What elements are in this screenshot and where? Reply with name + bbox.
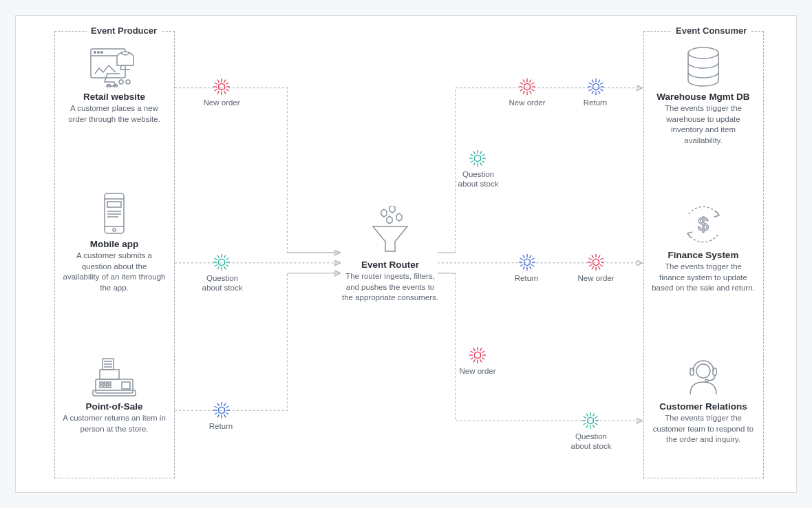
- mobile-title: Mobile app: [63, 239, 166, 249]
- svg-line-88: [471, 154, 473, 156]
- svg-line-82: [482, 161, 484, 163]
- svg-line-76: [217, 403, 220, 406]
- ev-fin-neworder: New order: [572, 273, 620, 283]
- ev-wh-neworder: New order: [503, 98, 551, 107]
- svg-line-127: [520, 258, 523, 260]
- svg-line-122: [530, 266, 532, 269]
- ev-producer-question: Questionabout stock: [195, 273, 250, 293]
- svg-line-114: [589, 83, 592, 85]
- svg-line-104: [530, 80, 532, 83]
- crm-desc: The events trigger the customer team to …: [652, 413, 755, 445]
- svg-line-99: [520, 89, 523, 92]
- svg-line-115: [592, 80, 594, 83]
- svg-point-4: [101, 52, 103, 54]
- svg-line-47: [215, 89, 217, 92]
- ev-fin-return: Return: [506, 273, 547, 283]
- svg-line-156: [480, 348, 482, 351]
- ev-producer-return: Return: [200, 421, 242, 431]
- svg-point-35: [688, 47, 718, 59]
- burst-producer-question: [211, 252, 232, 275]
- svg-point-37: [696, 364, 710, 378]
- svg-marker-31: [381, 209, 387, 217]
- svg-marker-145: [475, 352, 481, 359]
- retail-website-icon: [63, 46, 166, 87]
- svg-line-144: [600, 258, 603, 260]
- svg-rect-19: [100, 370, 119, 379]
- svg-line-150: [473, 359, 476, 362]
- burst-producer-return: [211, 400, 232, 423]
- svg-rect-17: [96, 379, 133, 393]
- svg-line-164: [584, 423, 586, 425]
- svg-line-111: [592, 91, 594, 94]
- svg-line-75: [215, 406, 217, 408]
- ev-producer-neworder: New order: [197, 98, 246, 107]
- svg-rect-26: [104, 382, 107, 384]
- svg-line-151: [471, 358, 473, 360]
- svg-line-52: [224, 80, 226, 83]
- svg-line-46: [217, 91, 220, 94]
- burst-fin-neworder: [586, 252, 606, 275]
- burst-mid-question: [467, 148, 488, 171]
- svg-line-141: [592, 255, 594, 258]
- svg-line-44: [224, 91, 226, 94]
- svg-line-130: [530, 255, 532, 258]
- svg-line-53: [226, 83, 228, 85]
- svg-line-138: [589, 265, 592, 267]
- finance-title: Finance System: [652, 250, 755, 260]
- svg-marker-54: [219, 259, 225, 266]
- warehouse-title: Warehouse Mgmt DB: [652, 92, 755, 102]
- svg-line-112: [589, 89, 592, 92]
- svg-line-135: [599, 266, 601, 269]
- node-mobile-app: Mobile app A customer submits a question…: [63, 192, 166, 293]
- retail-title: Retail website: [63, 92, 166, 102]
- svg-line-62: [215, 258, 217, 260]
- svg-line-96: [530, 91, 532, 94]
- svg-line-128: [523, 255, 525, 258]
- burst-fin-return: [517, 252, 537, 275]
- node-finance: $ Finance System The events trigger the …: [652, 203, 755, 294]
- svg-marker-80: [475, 155, 481, 162]
- funnel-icon: [342, 206, 438, 255]
- mobile-app-icon: [63, 192, 166, 235]
- svg-marker-119: [524, 259, 531, 266]
- svg-rect-29: [104, 385, 107, 388]
- svg-text:$: $: [698, 213, 709, 235]
- svg-line-169: [593, 414, 595, 416]
- svg-line-91: [480, 151, 482, 154]
- svg-rect-24: [122, 382, 130, 389]
- svg-point-12: [113, 229, 116, 231]
- node-retail-website: Retail website A customer places a new o…: [63, 46, 166, 125]
- svg-line-50: [217, 80, 220, 83]
- svg-line-109: [599, 91, 601, 94]
- svg-line-125: [520, 265, 523, 267]
- finance-icon: $: [652, 203, 755, 246]
- svg-line-121: [531, 265, 534, 267]
- svg-line-95: [531, 89, 534, 92]
- svg-line-72: [217, 414, 220, 417]
- svg-rect-38: [690, 368, 694, 375]
- svg-line-98: [523, 91, 525, 94]
- svg-line-166: [584, 416, 586, 419]
- svg-line-157: [482, 351, 484, 353]
- svg-marker-158: [588, 417, 594, 424]
- svg-line-148: [480, 359, 482, 362]
- svg-line-69: [226, 413, 228, 415]
- svg-point-2: [94, 52, 96, 54]
- svg-line-143: [599, 255, 601, 258]
- pos-desc: A customer returns an item in person at …: [63, 413, 166, 434]
- pos-title: Point-of-Sale: [63, 401, 166, 412]
- router-desc: The router ingests, filters, and pushes …: [342, 271, 438, 304]
- burst-wh-return: [586, 76, 606, 100]
- svg-line-101: [520, 83, 523, 85]
- svg-line-83: [480, 162, 482, 165]
- svg-line-118: [600, 83, 603, 85]
- svg-line-147: [482, 358, 484, 360]
- ev-mid-question: Questionabout stock: [451, 169, 506, 189]
- node-crm: Customer Relations The events trigger th…: [652, 356, 755, 445]
- svg-line-105: [531, 83, 534, 85]
- diagram-canvas: Event Producer Event Consumer: [15, 15, 797, 493]
- svg-line-63: [217, 255, 220, 258]
- svg-line-160: [595, 423, 597, 425]
- svg-line-140: [589, 258, 592, 260]
- node-event-router: Event Router The router ingests, filters…: [342, 206, 438, 304]
